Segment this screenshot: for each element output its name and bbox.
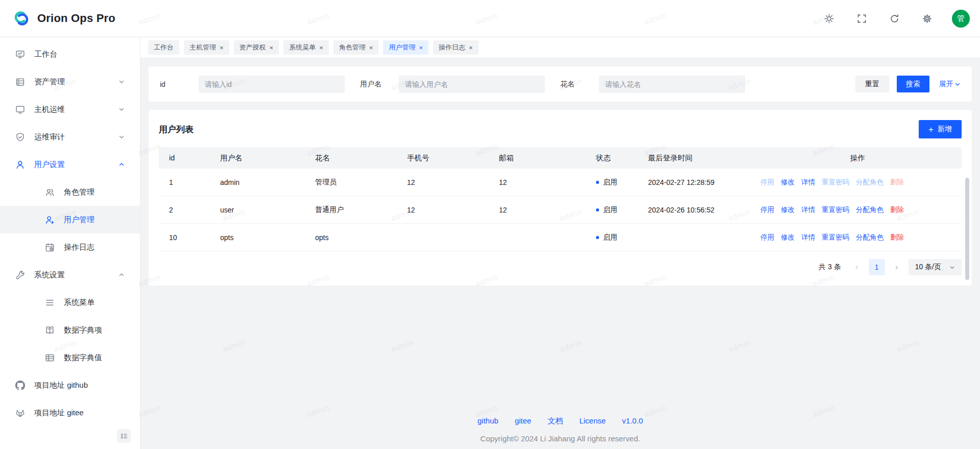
- cell-last-login: 2024-02-27 12:28:59: [638, 169, 753, 196]
- op-link: 删除: [890, 178, 904, 187]
- sidebar-item-ops-audit[interactable]: 运维审计: [0, 123, 140, 151]
- reset-button[interactable]: 重置: [855, 76, 889, 92]
- op-link[interactable]: 详情: [801, 233, 815, 242]
- avatar[interactable]: 管: [952, 10, 970, 28]
- footer-link[interactable]: v1.0.0: [622, 416, 643, 426]
- op-link[interactable]: 修改: [781, 178, 795, 187]
- status-text: 启用: [603, 178, 617, 187]
- search-button[interactable]: 搜索: [897, 76, 929, 92]
- cell-status: 启用: [586, 196, 638, 223]
- tab-role-mgmt[interactable]: 角色管理×: [333, 40, 379, 55]
- sidebar-item-label: 角色管理: [64, 187, 94, 197]
- sidebar-item-gitee[interactable]: 项目地址 gitee: [0, 399, 140, 427]
- page-size-select[interactable]: 10 条/页: [909, 259, 962, 275]
- op-link[interactable]: 删除: [890, 205, 904, 215]
- footer-links: githubgitee文档Licensev1.0.0: [140, 416, 980, 426]
- op-link[interactable]: 删除: [890, 233, 904, 242]
- op-link[interactable]: 修改: [781, 233, 795, 242]
- user-list-card: 用户列表 + 新增 id用户名花名手机号邮箱状态最后登录时间操作 1admin管…: [149, 110, 972, 286]
- expand-toggle[interactable]: 展开: [939, 80, 961, 89]
- op-link[interactable]: 重置密码: [822, 233, 849, 242]
- chevron-down-icon: [954, 81, 961, 87]
- status-dot: [596, 208, 599, 211]
- op-link[interactable]: 停用: [760, 205, 774, 215]
- fullscreen-icon[interactable]: [853, 10, 870, 27]
- add-button-label: 新增: [938, 125, 952, 134]
- sidebar-item-sys-settings[interactable]: 系统设置: [0, 261, 140, 289]
- sidebar-item-label: 数据字典项: [64, 325, 102, 335]
- cell-status: 启用: [586, 224, 638, 251]
- add-user-button[interactable]: + 新增: [919, 120, 962, 138]
- op-link[interactable]: 详情: [801, 205, 815, 215]
- refresh-icon[interactable]: [886, 10, 903, 27]
- pagination-page-1[interactable]: 1: [869, 259, 885, 275]
- pagination-prev-button[interactable]: ‹: [849, 259, 865, 275]
- column-header: 最后登录时间: [638, 147, 753, 169]
- theme-sun-icon[interactable]: [820, 10, 838, 27]
- nickname-input[interactable]: [599, 76, 745, 93]
- tab-user-mgmt[interactable]: 用户管理×: [383, 40, 428, 55]
- sidebar-item-role-mgmt[interactable]: 角色管理: [0, 178, 140, 206]
- op-link[interactable]: 重置密码: [822, 205, 849, 215]
- sidebar-item-label: 资产管理: [34, 77, 65, 87]
- pagination: 共 3 条 ‹ 1 › 10 条/页: [159, 259, 962, 275]
- tab-workbench[interactable]: 工作台: [148, 40, 179, 55]
- github-icon: [15, 380, 26, 390]
- header-actions: 管: [820, 10, 970, 28]
- sidebar-item-user-mgmt[interactable]: 用户管理: [0, 206, 140, 233]
- sidebar-item-user-settings[interactable]: 用户设置: [0, 151, 140, 178]
- search-field-label: 用户名: [360, 80, 399, 89]
- tab-label: 用户管理: [389, 43, 415, 52]
- settings-gear-icon[interactable]: [918, 10, 936, 27]
- workbench-icon: [15, 49, 26, 59]
- chevron-down-icon: [118, 134, 125, 140]
- tab-label: 操作日志: [439, 43, 465, 52]
- sidebar-item-dict-item[interactable]: 数据字典项: [0, 316, 140, 344]
- sidebar-item-sys-menu[interactable]: 系统菜单: [0, 289, 140, 316]
- op-link: 停用: [760, 178, 774, 187]
- tab-host-mgmt[interactable]: 主机管理×: [184, 40, 229, 55]
- sidebar-item-workbench[interactable]: 工作台: [0, 40, 140, 68]
- close-icon[interactable]: ×: [469, 44, 473, 51]
- sidebar-item-dict-value[interactable]: 数据字典值: [0, 344, 140, 371]
- sidebar-collapse-button[interactable]: [117, 429, 131, 443]
- app-header: Orion Ops Pro 管: [0, 0, 980, 37]
- cell-operations: 停用修改详情重置密码分配角色删除: [753, 196, 962, 223]
- sidebar-item-host-ops[interactable]: 主机运维: [0, 96, 140, 123]
- column-header: id: [159, 147, 210, 169]
- sidebar-item-label: 用户设置: [34, 160, 65, 170]
- pagination-next-button[interactable]: ›: [889, 259, 904, 275]
- tab-label: 资产授权: [240, 43, 266, 52]
- footer-link[interactable]: License: [579, 416, 606, 426]
- close-icon[interactable]: ×: [419, 44, 423, 51]
- scrollbar-thumb[interactable]: [965, 178, 969, 280]
- close-icon[interactable]: ×: [369, 44, 373, 51]
- op-link[interactable]: 详情: [801, 178, 815, 187]
- cell-mobile: 12: [397, 196, 489, 223]
- footer-link[interactable]: 文档: [547, 416, 563, 426]
- username-input[interactable]: [399, 76, 545, 93]
- op-link[interactable]: 分配角色: [856, 233, 883, 242]
- chevron-down-icon: [118, 106, 125, 112]
- tab-asset-auth[interactable]: 资产授权×: [234, 40, 279, 55]
- cell-username: admin: [210, 169, 305, 196]
- content-area: 工作台主机管理×资产授权×系统菜单×角色管理×用户管理×操作日志× id用户名花…: [140, 37, 980, 449]
- tab-op-log[interactable]: 操作日志×: [433, 40, 479, 55]
- tab-sys-menu[interactable]: 系统菜单×: [283, 40, 329, 55]
- footer-link[interactable]: github: [477, 416, 498, 426]
- footer-link[interactable]: gitee: [515, 416, 532, 426]
- op-link[interactable]: 分配角色: [856, 205, 883, 215]
- sidebar-item-github[interactable]: 项目地址 github: [0, 371, 140, 399]
- column-header: 花名: [305, 147, 397, 169]
- sidebar-item-asset-mgmt[interactable]: 资产管理: [0, 68, 140, 96]
- op-link[interactable]: 修改: [781, 205, 795, 215]
- op-link[interactable]: 停用: [760, 233, 774, 242]
- close-icon[interactable]: ×: [319, 44, 323, 51]
- tab-label: 主机管理: [189, 43, 216, 52]
- close-icon[interactable]: ×: [270, 44, 274, 51]
- close-icon[interactable]: ×: [220, 44, 224, 51]
- sidebar-item-label: 项目地址 github: [34, 381, 88, 390]
- column-header: 操作: [753, 147, 962, 169]
- sidebar-item-op-log[interactable]: 操作日志: [0, 233, 140, 261]
- id-input[interactable]: [199, 76, 345, 93]
